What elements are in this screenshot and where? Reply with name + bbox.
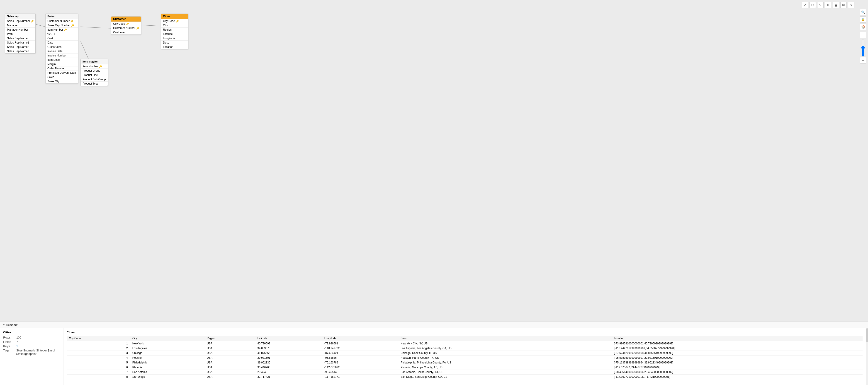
entity-sales: Sales Customer Number 🔑 Sales Rep Number… [45, 13, 78, 84]
preview-left-panel: Cities Rows 100 Fields 7 Keys 1 Tags $ke… [0, 328, 63, 385]
zoom-control: + − [860, 32, 866, 63]
key-icon: 🔑 [31, 20, 34, 23]
zoom-in-icon[interactable]: + [860, 32, 866, 38]
grid-button[interactable]: ▣ [833, 2, 839, 8]
entity-row[interactable]: Invoice Date [45, 49, 78, 54]
entity-row[interactable]: Product Type [81, 82, 108, 86]
entity-row[interactable]: Item Desc [45, 58, 78, 62]
key-icon: 🔑 [136, 27, 139, 29]
entity-cities-header[interactable]: Cities [161, 14, 188, 19]
fit-screen-button[interactable]: ⤢ [802, 2, 808, 8]
entity-row[interactable]: Product Line [81, 73, 108, 77]
entity-row[interactable]: Sales Qty [45, 79, 78, 84]
preview-header[interactable]: ▼ Preview [0, 322, 868, 328]
table-row[interactable]: 1 New York USA 40.730599 -73.986581 New … [67, 341, 863, 346]
entity-row[interactable]: Manager [5, 23, 35, 28]
entity-row[interactable]: Product Group [81, 69, 108, 73]
entity-row[interactable]: Item Number 🔑 [45, 28, 78, 32]
entity-row[interactable]: City Code 🔑 [111, 22, 141, 26]
more-button[interactable]: ∨ [848, 2, 855, 8]
cell-location: [-95.5383599999999997,29.981501000000000… [612, 356, 863, 360]
col-citycode[interactable]: City Code [67, 336, 130, 341]
entity-sales-header[interactable]: Sales [45, 14, 78, 19]
lock-icon[interactable]: 🔒 [860, 16, 866, 23]
col-desc[interactable]: Desc [398, 336, 612, 341]
entity-row[interactable]: Region [161, 28, 188, 32]
table-row[interactable]: 4 Houston USA 29.981501 -95.53836 Housto… [67, 356, 863, 360]
entity-row[interactable]: Order Number [45, 66, 78, 71]
cell-latitude: 29.981501 [255, 356, 322, 360]
entity-row[interactable]: Customer Number 🔑 [45, 19, 78, 23]
entity-row[interactable]: Cost [45, 36, 78, 40]
entity-customer-header[interactable]: Customer [111, 17, 141, 22]
entity-item-master-header[interactable]: Item master [81, 59, 108, 64]
left-panel-title: Cities [3, 331, 60, 334]
entity-row[interactable]: Sales Rep Name1 [5, 40, 35, 45]
cell-city: Phoenix [130, 365, 205, 370]
cell-citycode: 1 [67, 341, 130, 346]
entity-row[interactable]: Product Sub Group [81, 77, 108, 82]
cell-location: [-117.1627710000001,32.7174210000000001] [612, 375, 863, 379]
table-row[interactable]: 7 San Antonio USA 29.4246 -98.49514 San … [67, 370, 863, 375]
preview-right-panel: Cities City Code City Region Latitude Lo… [63, 328, 866, 385]
cell-region: USA [205, 370, 255, 375]
keys-label: Keys [3, 345, 14, 348]
col-longitude[interactable]: Longitude [322, 336, 398, 341]
col-latitude[interactable]: Latitude [255, 336, 322, 341]
col-city[interactable]: City [130, 336, 205, 341]
rows-label: Rows [3, 336, 14, 339]
entity-row[interactable]: Customer [111, 30, 141, 34]
table-row[interactable]: 6 Phoenix USA 33.446768 -112.075672 Phoe… [67, 365, 863, 370]
cut-button[interactable]: ✂ [809, 2, 816, 8]
entity-row[interactable]: Longitude [161, 36, 188, 40]
entity-row[interactable]: %KEY [45, 32, 78, 36]
settings-button[interactable]: ⚙ [825, 2, 831, 8]
entity-row[interactable]: Date [45, 40, 78, 45]
col-location[interactable]: Location [612, 336, 863, 341]
entity-row[interactable]: Sales [45, 75, 78, 79]
table-row[interactable]: 3 Chicago USA 41.875555 -87.624421 Chica… [67, 351, 863, 356]
table-row[interactable]: 8 San Diego USA 32.717421 -117.162771 Sa… [67, 375, 863, 379]
search-icon[interactable]: 🔍 [860, 9, 866, 16]
top-toolbar: ⤢ ✂ ⤡ ⚙ ▣ ⊞ ∨ [802, 2, 855, 8]
zoom-out-icon[interactable]: − [860, 57, 866, 63]
table-row[interactable]: 5 Philadelphia USA 39.952335 -75.163789 … [67, 360, 863, 365]
entity-row[interactable]: Item Number 🔑 [81, 64, 108, 69]
col-region[interactable]: Region [205, 336, 255, 341]
keys-value: 1 [16, 345, 18, 348]
entity-row[interactable]: Margin [45, 62, 78, 66]
table-row[interactable]: 2 Los Angeles USA 34.053678 -118.242702 … [67, 346, 863, 351]
entity-sales-rep-header[interactable]: Sales rep [5, 14, 35, 19]
preview-scrollbar[interactable] [866, 328, 868, 385]
entity-row[interactable]: City [161, 23, 188, 28]
home-icon[interactable]: 🏠 [860, 24, 866, 30]
entity-row[interactable]: Promised Delivery Date [45, 71, 78, 75]
entity-row[interactable]: Customer Number 🔑 [111, 26, 141, 30]
zoom-slider[interactable] [860, 38, 866, 57]
entity-row[interactable]: Invoice Number [45, 54, 78, 58]
entity-row[interactable]: Sales Rep Number 🔑 [45, 23, 78, 28]
entity-row[interactable]: Latitude [161, 32, 188, 36]
entity-row[interactable]: Sales Rep Name3 [5, 49, 35, 53]
cell-citycode: 8 [67, 375, 130, 379]
data-table: City Code City Region Latitude Longitude… [67, 336, 863, 379]
entity-row[interactable]: Sales Rep Name2 [5, 45, 35, 49]
entity-row[interactable]: Path [5, 32, 35, 36]
svg-line-1 [81, 27, 111, 28]
key-icon: 🔑 [99, 65, 102, 68]
entity-row[interactable]: Sales Rep Name [5, 36, 35, 40]
collapse-button[interactable]: ⤡ [817, 2, 824, 8]
cell-desc: Houston, Harris County, TX, US [398, 356, 612, 360]
cell-location: [-87.6244209999999998,41.875554999999999… [612, 351, 863, 356]
preview-title: Preview [6, 323, 18, 327]
entity-row[interactable]: Manager Number [5, 28, 35, 32]
entity-row[interactable]: GrossSales [45, 45, 78, 49]
layout-button[interactable]: ⊞ [840, 2, 847, 8]
entity-row[interactable]: Desc [161, 40, 188, 45]
cell-region: USA [205, 365, 255, 370]
entity-row[interactable]: Sales Rep Number 🔑 [5, 19, 35, 23]
entity-row[interactable]: City Code 🔑 [161, 19, 188, 23]
cell-region: USA [205, 360, 255, 365]
entity-row[interactable]: Location [161, 45, 188, 49]
cell-citycode: 5 [67, 360, 130, 365]
